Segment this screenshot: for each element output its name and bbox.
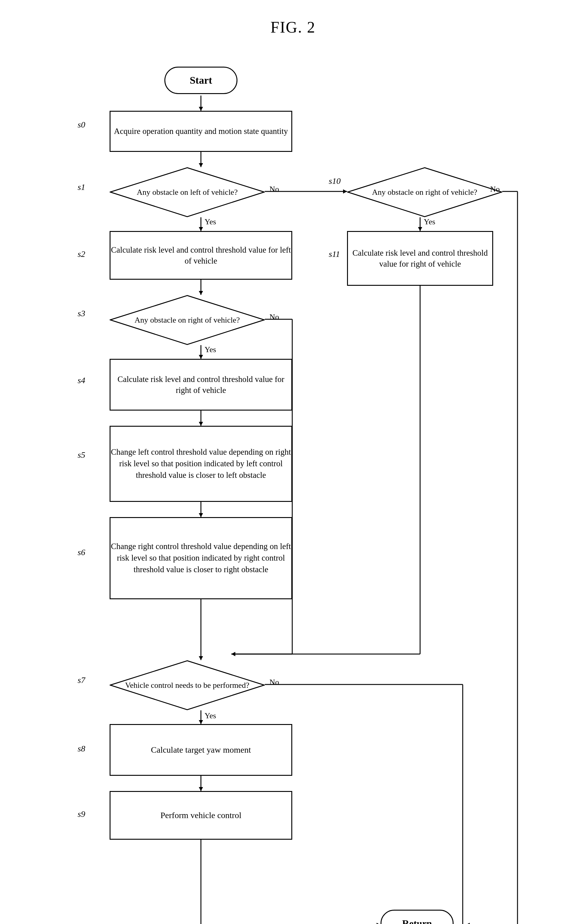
s3-diamond: Any obstacle on right of vehicle? (110, 295, 265, 345)
svg-marker-17 (199, 422, 203, 426)
svg-marker-42 (231, 652, 235, 656)
s3-label: s3 (78, 309, 85, 318)
s10-text: Any obstacle on right of vehicle? (363, 184, 487, 201)
s0-label: s0 (78, 120, 85, 130)
s4-label: s4 (78, 376, 85, 385)
s2-text: Calculate risk level and control thresho… (111, 244, 291, 267)
s11-box: Calculate risk level and control thresho… (347, 231, 493, 286)
svg-marker-19 (199, 513, 203, 517)
svg-marker-3 (199, 163, 203, 167)
s5-label: s5 (78, 450, 85, 460)
s10-diamond: Any obstacle on right of vehicle? (347, 167, 502, 217)
s4-box: Calculate risk level and control thresho… (110, 359, 292, 411)
s5-box: Change left control threshold value depe… (110, 426, 292, 502)
s1-diamond: Any obstacle on left of vehicle? (110, 167, 265, 217)
s3-no-label: No (269, 313, 279, 322)
s2-box: Calculate risk level and control thresho… (110, 231, 292, 280)
svg-marker-15 (199, 355, 203, 359)
svg-marker-33 (376, 923, 381, 924)
svg-marker-13 (231, 652, 235, 656)
s0-text: Acquire operation quantity and motion st… (114, 126, 288, 137)
s9-box: Perform vehicle control (110, 791, 292, 840)
svg-marker-35 (418, 227, 422, 231)
svg-marker-28 (199, 720, 203, 724)
s8-text: Calculate target yaw moment (151, 744, 251, 756)
s7-text: Vehicle control needs to be performed? (116, 677, 258, 694)
s6-text: Change right control threshold value dep… (111, 541, 291, 575)
svg-marker-30 (199, 787, 203, 791)
s8-label: s8 (78, 744, 85, 754)
start-label: Start (190, 74, 212, 86)
s1-yes-label: Yes (205, 217, 216, 226)
s10-no-label: No (490, 185, 500, 194)
s6-box: Change right control threshold value dep… (110, 517, 292, 599)
svg-marker-1 (199, 107, 203, 111)
s7-yes-label: Yes (205, 711, 216, 720)
svg-marker-22 (199, 656, 203, 660)
s3-yes-label: Yes (205, 345, 216, 354)
s9-label: s9 (78, 809, 85, 819)
s5-text: Change left control threshold value depe… (111, 447, 291, 481)
return-shape: Return (381, 910, 454, 924)
s1-label: s1 (78, 182, 85, 192)
return-label: Return (402, 918, 432, 924)
svg-marker-39 (466, 923, 470, 924)
s2-label: s2 (78, 249, 85, 259)
s11-text: Calculate risk level and control thresho… (348, 248, 492, 270)
s9-text: Perform vehicle control (160, 810, 241, 821)
s6-label: s6 (78, 548, 85, 557)
svg-marker-7 (199, 227, 203, 231)
s4-text: Calculate risk level and control thresho… (111, 374, 291, 396)
start-shape: Start (164, 67, 238, 94)
s10-yes-label: Yes (424, 217, 435, 226)
s7-diamond: Vehicle control needs to be performed? (110, 660, 265, 710)
s3-text: Any obstacle on right of vehicle? (125, 312, 249, 328)
page-title: FIG. 2 (0, 0, 586, 48)
s8-box: Calculate target yaw moment (110, 724, 292, 776)
s1-no-label: No (269, 185, 279, 194)
s10-label: s10 (329, 176, 341, 186)
s7-label: s7 (78, 675, 85, 685)
s0-box: Acquire operation quantity and motion st… (110, 111, 292, 152)
s11-label: s11 (329, 249, 340, 259)
s1-text: Any obstacle on left of vehicle? (127, 184, 247, 201)
svg-marker-9 (199, 291, 203, 295)
s7-no-label: No (269, 678, 279, 687)
svg-marker-5 (343, 189, 347, 193)
